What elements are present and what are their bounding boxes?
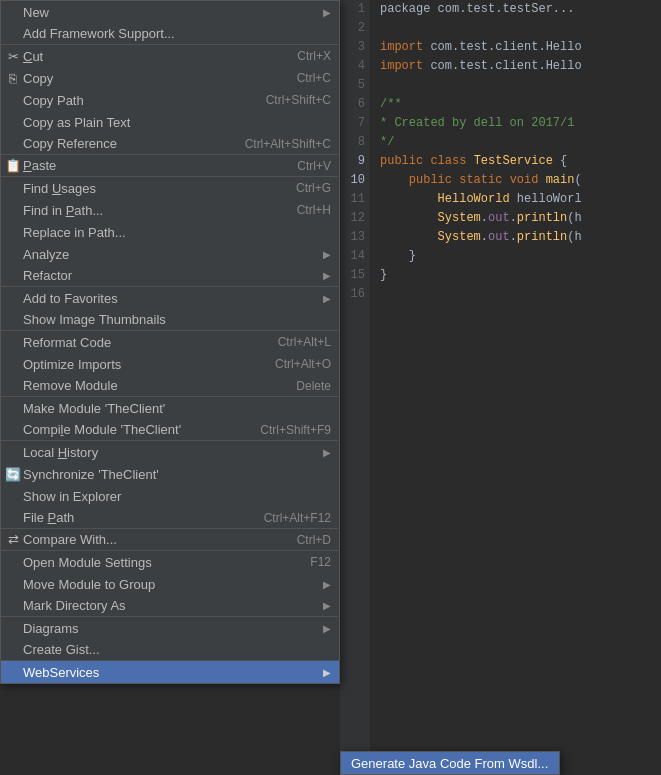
menu-item-file-path[interactable]: File Path Ctrl+Alt+F12: [1, 507, 339, 529]
code-content: package com.test.testSer... import com.t…: [375, 0, 661, 775]
menu-item-local-history[interactable]: Local History ▶: [1, 441, 339, 463]
submenu-item-generate-java[interactable]: Generate Java Code From Wsdl...: [341, 752, 559, 774]
submenu-arrow-move-module: ▶: [323, 579, 331, 590]
menu-item-open-module-settings[interactable]: Open Module Settings F12: [1, 551, 339, 573]
line-num-8: 8: [340, 133, 370, 152]
menu-item-analyze[interactable]: Analyze ▶: [1, 243, 339, 265]
line-num-5: 5: [340, 76, 370, 95]
line-num-11: 11: [340, 190, 370, 209]
code-line-7: * Created by dell on 2017/1: [380, 114, 656, 133]
code-line-12: System.out.println(h: [380, 209, 656, 228]
line-num-7: 7: [340, 114, 370, 133]
menu-item-diagrams[interactable]: Diagrams ▶: [1, 617, 339, 639]
line-num-12: 12: [340, 209, 370, 228]
menu-item-copy-reference[interactable]: Copy Reference Ctrl+Alt+Shift+C: [1, 133, 339, 155]
code-line-8: */: [380, 133, 656, 152]
menu-item-refactor[interactable]: Refactor ▶: [1, 265, 339, 287]
menu-item-add-framework[interactable]: Add Framework Support...: [1, 23, 339, 45]
menu-item-find-usages[interactable]: Find Usages Ctrl+G: [1, 177, 339, 199]
submenu-arrow-history: ▶: [323, 447, 331, 458]
menu-item-remove-module[interactable]: Remove Module Delete: [1, 375, 339, 397]
line-num-10: 10: [340, 171, 370, 190]
line-numbers: 1 2 3 4 5 6 7 8 9 10 11 12 13 14 15 16: [340, 0, 370, 775]
line-num-1: 1: [340, 0, 370, 19]
menu-item-compare-with[interactable]: ⇄ Compare With... Ctrl+D: [1, 529, 339, 551]
submenu-arrow-analyze: ▶: [323, 249, 331, 260]
submenu-arrow-new: ▶: [323, 7, 331, 18]
cut-icon: ✂: [5, 49, 21, 64]
menu-item-copy[interactable]: ⎘ Copy Ctrl+C: [1, 67, 339, 89]
menu-item-paste[interactable]: 📋 Paste Ctrl+V: [1, 155, 339, 177]
compare-icon: ⇄: [5, 532, 21, 547]
code-line-15: }: [380, 266, 656, 285]
code-editor: 1 2 3 4 5 6 7 8 9 10 11 12 13 14 15 16 p…: [340, 0, 661, 775]
menu-item-webservices[interactable]: WebServices ▶: [1, 661, 339, 683]
generate-java-label: Generate Java Code From Wsdl...: [351, 756, 548, 771]
context-menu: New ▶ Add Framework Support... ✂ Cut Ctr…: [0, 0, 340, 684]
line-num-2: 2: [340, 19, 370, 38]
submenu-arrow-mark-dir: ▶: [323, 600, 331, 611]
menu-item-copy-plain[interactable]: Copy as Plain Text: [1, 111, 339, 133]
menu-item-image-thumbnails[interactable]: Show Image Thumbnails: [1, 309, 339, 331]
line-num-9: 9: [340, 152, 370, 171]
code-line-13: System.out.println(h: [380, 228, 656, 247]
webservices-submenu: Generate Java Code From Wsdl...: [340, 751, 560, 775]
menu-item-new[interactable]: New ▶: [1, 1, 339, 23]
line-num-6: 6: [340, 95, 370, 114]
menu-item-make-module[interactable]: Make Module 'TheClient': [1, 397, 339, 419]
line-num-3: 3: [340, 38, 370, 57]
code-line-4: import com.test.client.Hello: [380, 57, 656, 76]
line-num-13: 13: [340, 228, 370, 247]
menu-item-show-explorer[interactable]: Show in Explorer: [1, 485, 339, 507]
menu-item-create-gist[interactable]: Create Gist...: [1, 639, 339, 661]
copy-icon: ⎘: [5, 71, 21, 86]
paste-icon: 📋: [5, 158, 21, 173]
code-line-9: public class TestService {: [380, 152, 656, 171]
menu-item-add-favorites[interactable]: Add to Favorites ▶: [1, 287, 339, 309]
code-line-2: [380, 19, 656, 38]
sync-icon: 🔄: [5, 467, 21, 482]
code-line-16: [380, 285, 656, 304]
submenu-arrow-refactor: ▶: [323, 270, 331, 281]
menu-item-move-module-group[interactable]: Move Module to Group ▶: [1, 573, 339, 595]
line-num-15: 15: [340, 266, 370, 285]
code-line-14: }: [380, 247, 656, 266]
code-line-5: [380, 76, 656, 95]
code-line-3: import com.test.client.Hello: [380, 38, 656, 57]
code-line-6: /**: [380, 95, 656, 114]
menu-item-compile-module[interactable]: Compile Module 'TheClient' Ctrl+Shift+F9: [1, 419, 339, 441]
line-num-16: 16: [340, 285, 370, 304]
menu-item-synchronize[interactable]: 🔄 Synchronize 'TheClient': [1, 463, 339, 485]
code-line-10: public static void main(: [380, 171, 656, 190]
code-line-11: HelloWorld helloWorl: [380, 190, 656, 209]
submenu-arrow-webservices: ▶: [323, 667, 331, 678]
line-num-4: 4: [340, 57, 370, 76]
menu-item-copy-path[interactable]: Copy Path Ctrl+Shift+C: [1, 89, 339, 111]
menu-item-reformat[interactable]: Reformat Code Ctrl+Alt+L: [1, 331, 339, 353]
menu-item-optimize-imports[interactable]: Optimize Imports Ctrl+Alt+O: [1, 353, 339, 375]
menu-item-cut[interactable]: ✂ Cut Ctrl+X: [1, 45, 339, 67]
code-line-1: package com.test.testSer...: [380, 0, 656, 19]
menu-item-mark-directory[interactable]: Mark Directory As ▶: [1, 595, 339, 617]
line-num-14: 14: [340, 247, 370, 266]
submenu-arrow-favorites: ▶: [323, 293, 331, 304]
menu-item-find-path[interactable]: Find in Path... Ctrl+H: [1, 199, 339, 221]
submenu-arrow-diagrams: ▶: [323, 623, 331, 634]
menu-item-replace-path[interactable]: Replace in Path...: [1, 221, 339, 243]
